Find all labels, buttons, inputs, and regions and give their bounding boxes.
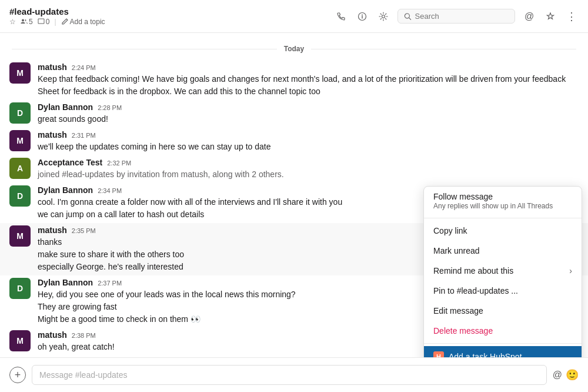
message-text: Sheet for feedback is in the dropbox. We… (38, 85, 579, 98)
follow-text: Follow message (433, 192, 553, 201)
info-icon[interactable] (355, 9, 369, 24)
avatar: D (9, 102, 31, 124)
hubspot-item-content: H Add a task HubSpot (433, 351, 522, 357)
copy-label: Copy link (433, 226, 467, 235)
channel-name-section: #lead-updates ☆ 5 0 | Add a topic (9, 6, 105, 26)
message-time: 2:34 PM (98, 187, 122, 194)
phone-icon[interactable] (334, 9, 348, 24)
search-icon (404, 12, 412, 21)
message-author[interactable]: matush (38, 330, 67, 340)
delete-label: Delete message (433, 326, 493, 335)
message-time: 2:38 PM (72, 332, 96, 339)
message-group: D Dylan Bannon 2:28 PM great sounds good… (0, 100, 588, 128)
message-text: great sounds good! (38, 113, 579, 125)
pencil-icon (61, 18, 68, 25)
unread-label: Mark unread (433, 246, 480, 255)
message-header: Dylan Bannon 2:28 PM (38, 102, 579, 112)
edit-label: Edit message (433, 306, 483, 315)
svg-point-1 (382, 15, 385, 18)
follow-sublabel: Any replies will show up in All Threads (433, 202, 553, 210)
message-group: M matush 2:24 PM Keep that feedback comi… (0, 60, 588, 100)
divider-1: | (54, 18, 56, 26)
message-input-area: + @ 🙂 (0, 357, 588, 392)
people-icon (21, 18, 28, 25)
follow-label: Follow message Any replies will show up … (433, 192, 553, 210)
header-right: @ ⋮ (334, 9, 579, 24)
channel-title[interactable]: #lead-updates (9, 6, 69, 16)
hubspot-label: Add a task HubSpot (449, 352, 522, 357)
message-input[interactable] (32, 365, 547, 385)
message-time: 2:32 PM (107, 160, 131, 167)
message-time: 2:28 PM (98, 104, 122, 111)
header: #lead-updates ☆ 5 0 | Add a topic (0, 0, 588, 33)
context-menu-divider-2 (424, 343, 582, 344)
gear-icon[interactable] (376, 9, 390, 24)
search-box[interactable] (397, 9, 515, 24)
at-input-icon[interactable]: @ (553, 370, 562, 380)
message-text: we'll keep the updates coming in here so… (38, 141, 579, 153)
message-count-icon: 0 (38, 18, 50, 26)
message-author[interactable]: Acceptance Test (38, 158, 102, 167)
context-menu-item-hubspot[interactable]: H Add a task HubSpot (424, 346, 582, 357)
avatar: M (9, 330, 31, 351)
star-header-icon[interactable] (543, 9, 557, 24)
context-menu-item-copy[interactable]: Copy link (424, 221, 582, 241)
message-author[interactable]: matush (38, 62, 67, 72)
message-content: Dylan Bannon 2:28 PM great sounds good! (38, 102, 579, 125)
more-header-icon[interactable]: ⋮ (564, 9, 579, 24)
avatar: M (9, 225, 31, 247)
message-content: matush 2:31 PM we'll keep the updates co… (38, 130, 579, 153)
message-header: matush 2:31 PM (38, 130, 579, 139)
message-group: M matush 2:31 PM we'll keep the updates … (0, 128, 588, 155)
message-author[interactable]: matush (38, 225, 67, 235)
add-button[interactable]: + (9, 367, 26, 383)
remind-label: Remind me about this (433, 266, 513, 275)
message-author[interactable]: Dylan Bannon (38, 278, 93, 287)
context-menu-item-remind[interactable]: Remind me about this › (424, 261, 582, 281)
search-input[interactable] (415, 12, 509, 21)
context-menu-item-follow[interactable]: Follow message Any replies will show up … (424, 187, 582, 215)
message-author[interactable]: Dylan Bannon (38, 102, 93, 112)
avatar: D (9, 185, 31, 207)
message-header: Acceptance Test 2:32 PM (38, 158, 579, 167)
at-icon[interactable]: @ (522, 9, 536, 24)
message-time: 2:24 PM (72, 64, 96, 71)
avatar: M (9, 130, 31, 151)
member-count: 5 (21, 18, 33, 26)
hubspot-icon: H (433, 351, 444, 357)
channel-meta: ☆ 5 0 | Add a topic (9, 18, 105, 26)
pin-label: Pin to #lead-updates ... (433, 286, 518, 295)
avatar: A (9, 158, 31, 179)
star-icon[interactable]: ☆ (9, 18, 16, 26)
emoji-input-icon[interactable]: 🙂 (566, 368, 579, 381)
avatar: D (9, 278, 31, 299)
chevron-right-icon: › (569, 266, 572, 275)
message-time: 2:37 PM (98, 280, 122, 287)
message-text: Keep that feedback coming! We have big g… (38, 73, 579, 85)
message-author[interactable]: Dylan Bannon (38, 185, 93, 195)
message-content: Acceptance Test 2:32 PM joined #lead-upd… (38, 158, 579, 181)
date-divider: Today (0, 45, 588, 53)
message-group: A Acceptance Test 2:32 PM joined #lead-u… (0, 155, 588, 183)
context-menu-item-unread[interactable]: Mark unread (424, 241, 582, 261)
header-left: #lead-updates ☆ 5 0 | Add a topic (9, 6, 334, 26)
input-right-icons: @ 🙂 (553, 368, 579, 381)
avatar: M (9, 62, 31, 84)
context-menu-divider (424, 218, 582, 218)
message-text: joined #lead-updates by invitation from … (38, 168, 579, 181)
message-content: matush 2:24 PM Keep that feedback coming… (38, 62, 579, 98)
context-menu: Follow message Any replies will show up … (423, 186, 582, 357)
add-topic-button[interactable]: Add a topic (61, 18, 105, 26)
context-menu-item-pin[interactable]: Pin to #lead-updates ... (424, 281, 582, 301)
context-menu-item-delete[interactable]: Delete message (424, 321, 582, 341)
message-author[interactable]: matush (38, 130, 67, 139)
message-time: 2:35 PM (72, 227, 96, 234)
message-header: matush 2:24 PM (38, 62, 579, 72)
messages-area: Today M matush 2:24 PM Keep that feedbac… (0, 33, 588, 357)
message-time: 2:31 PM (72, 132, 96, 139)
context-menu-item-edit[interactable]: Edit message (424, 301, 582, 321)
